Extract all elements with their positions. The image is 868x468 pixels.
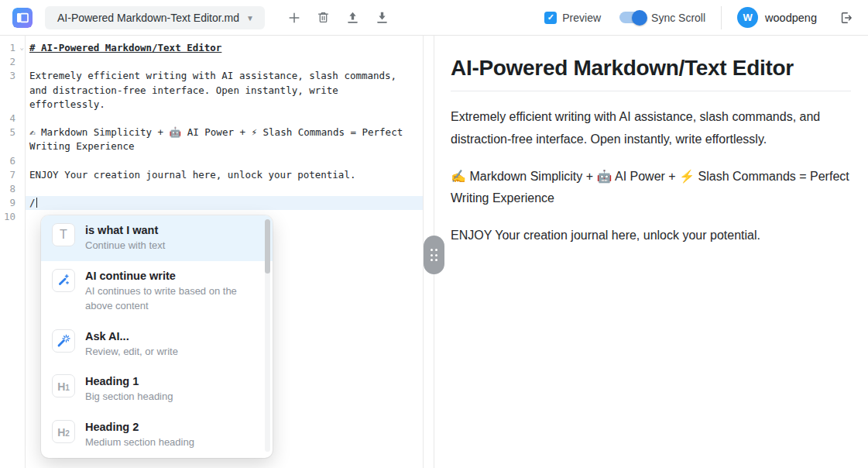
- preview-pane: AI-Powered Markdown/Text Editor Extremel…: [434, 36, 868, 468]
- h2-icon: H2: [57, 425, 70, 439]
- code-line-content[interactable]: Extremely efficient writing with AI assi…: [25, 69, 423, 112]
- code-line-content[interactable]: [25, 154, 423, 168]
- toolbar-right: ✓ Preview Sync Scroll W woodpeng: [544, 6, 856, 29]
- chevron-down-icon: ▼: [246, 14, 254, 22]
- new-file-button[interactable]: [285, 9, 304, 27]
- preview-label: Preview: [562, 12, 601, 24]
- menu-item-description: Big section heading: [85, 390, 173, 404]
- menu-item-title: Heading 1: [85, 375, 173, 387]
- toggle-knob-icon: [632, 10, 647, 26]
- editor-line[interactable]: 2: [0, 55, 423, 69]
- main-split: 1⌄# AI-Powered Markdown/Text Editor23Ext…: [0, 36, 868, 468]
- slash-menu-item[interactable]: AI continue writeAI continues to write b…: [41, 261, 273, 322]
- preview-paragraph: Extremely efficient writing with AI assi…: [451, 106, 851, 151]
- app-logo-icon[interactable]: [12, 8, 33, 28]
- filename-label: AI-Powered Markdown-Text Editor.md: [57, 12, 239, 24]
- line-number: 1⌄: [0, 41, 25, 55]
- wand-burst-icon: [56, 333, 71, 349]
- slash-menu-item[interactable]: Tis what I wantContinue with text: [41, 215, 273, 261]
- slash-menu-item[interactable]: Ask AI...Review, edit, or write: [41, 322, 273, 367]
- menu-item-title: AI continue write: [85, 270, 254, 282]
- toolbar-divider: [721, 6, 722, 29]
- exit-icon: [839, 10, 854, 26]
- file-actions: [285, 9, 392, 27]
- menu-item-description: Review, edit, or write: [85, 345, 178, 360]
- code-line-content[interactable]: /: [25, 196, 423, 210]
- slash-command-menu: Tis what I wantContinue with textAI cont…: [41, 215, 273, 458]
- code-line-content[interactable]: [25, 112, 423, 126]
- menu-item-description: Medium section heading: [85, 435, 194, 450]
- line-number: 6: [0, 154, 25, 168]
- preview-title: AI-Powered Markdown/Text Editor: [451, 56, 851, 91]
- editor-line[interactable]: 3Extremely efficient writing with AI ass…: [0, 69, 423, 112]
- line-number: 2: [0, 55, 25, 69]
- preview-paragraph: ENJOY Your creation journal here, unlock…: [451, 225, 851, 247]
- slash-menu-item[interactable]: H1Heading 1Big section heading: [41, 366, 273, 412]
- editor-line[interactable]: 4: [0, 112, 423, 126]
- filename-dropdown[interactable]: AI-Powered Markdown-Text Editor.md ▼: [45, 6, 265, 29]
- preview-paragraph: ✍️ Markdown Simplicity + 🤖 AI Power + ⚡ …: [451, 166, 851, 211]
- trash-icon: [316, 10, 331, 25]
- fold-chevron-icon[interactable]: ⌄: [20, 40, 24, 54]
- plus-icon: [290, 13, 299, 22]
- menu-item-title: Heading 2: [85, 421, 194, 433]
- gutter-divider: [25, 36, 26, 468]
- h1-icon: H1: [57, 380, 70, 393]
- drag-dots-icon: [431, 249, 438, 261]
- editor-line[interactable]: 9/: [0, 196, 423, 210]
- menu-scrollbar-thumb[interactable]: [265, 219, 270, 274]
- text-icon: T: [60, 228, 67, 242]
- line-number: 7: [0, 168, 25, 182]
- editor-pane[interactable]: 1⌄# AI-Powered Markdown/Text Editor23Ext…: [0, 36, 424, 468]
- menu-item-title: Ask AI...: [85, 330, 178, 342]
- checkbox-check-icon: ✓: [544, 12, 557, 24]
- toolbar: AI-Powered Markdown-Text Editor.md ▼ ✓ P…: [0, 0, 868, 36]
- username-label: woodpeng: [765, 12, 817, 24]
- sync-scroll-toggle[interactable]: Sync Scroll: [619, 12, 705, 24]
- line-number: 4: [0, 112, 25, 126]
- avatar: W: [737, 7, 758, 28]
- preview-checkbox[interactable]: ✓ Preview: [544, 12, 601, 24]
- editor-line[interactable]: 5✍ Markdown Simplicity + 🤖 AI Power + ⚡ …: [0, 126, 423, 153]
- download-icon: [375, 10, 389, 25]
- editor-line[interactable]: 7ENJOY Your creation journal here, unloc…: [0, 168, 423, 182]
- wand-sparkles-icon: [56, 273, 71, 288]
- code-line-content[interactable]: [25, 182, 423, 196]
- editor-line[interactable]: 6: [0, 154, 423, 168]
- menu-item-title: is what I want: [85, 224, 165, 236]
- toggle-track-icon: [619, 12, 646, 23]
- editor-line[interactable]: 1⌄# AI-Powered Markdown/Text Editor: [0, 41, 423, 55]
- line-number: 3: [0, 69, 25, 112]
- editor-lines[interactable]: 1⌄# AI-Powered Markdown/Text Editor23Ext…: [0, 41, 423, 225]
- line-number: 8: [0, 182, 25, 196]
- upload-file-button[interactable]: [344, 9, 362, 27]
- menu-item-description: AI continues to write based on the above…: [85, 284, 254, 314]
- user-menu[interactable]: W woodpeng: [737, 7, 817, 28]
- sync-scroll-label: Sync Scroll: [651, 12, 705, 24]
- download-file-button[interactable]: [373, 9, 392, 27]
- menu-item-description: Continue with text: [85, 239, 165, 253]
- slash-menu-item[interactable]: H2Heading 2Medium section heading: [41, 412, 273, 458]
- code-line-content[interactable]: [25, 55, 423, 69]
- code-line-content[interactable]: # AI-Powered Markdown/Text Editor: [25, 41, 423, 55]
- text-cursor: [36, 198, 38, 208]
- logout-button[interactable]: [837, 9, 856, 27]
- code-line-content[interactable]: ENJOY Your creation journal here, unlock…: [25, 168, 423, 182]
- editor-line[interactable]: 8: [0, 182, 423, 196]
- line-number: 10: [0, 210, 25, 224]
- upload-icon: [345, 10, 360, 25]
- delete-file-button[interactable]: [314, 9, 333, 27]
- code-line-content[interactable]: ✍ Markdown Simplicity + 🤖 AI Power + ⚡ S…: [25, 126, 423, 153]
- line-number: 5: [0, 126, 25, 153]
- pane-resize-handle[interactable]: [424, 236, 444, 274]
- line-number: 9: [0, 196, 25, 210]
